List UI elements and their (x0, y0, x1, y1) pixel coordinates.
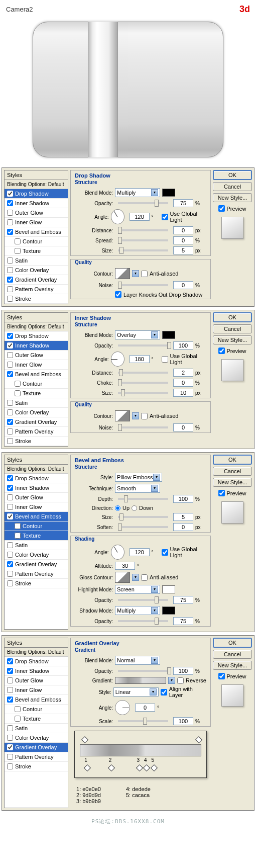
style-row-gradient_overlay[interactable]: Gradient Overlay (5, 560, 68, 569)
style-row-inner_glow[interactable]: Inner Glow (5, 360, 68, 370)
style-row-bevel_emboss[interactable]: Bevel and Emboss (5, 512, 68, 522)
slider-track[interactable] (118, 229, 168, 231)
style-row-color_overlay[interactable]: Color Overlay (5, 408, 68, 417)
slider-thumb[interactable] (124, 495, 128, 502)
number-input[interactable] (173, 617, 193, 625)
cancel-button[interactable]: Cancel (213, 182, 252, 191)
slider-track[interactable] (118, 284, 168, 286)
style-checkbox-outer_glow[interactable] (7, 494, 13, 500)
style-row-color_overlay[interactable]: Color Overlay (5, 550, 68, 560)
direction-up-radio[interactable] (115, 505, 120, 511)
preview-toggle[interactable]: Preview (213, 489, 252, 497)
style-checkbox-pattern_overlay[interactable] (7, 571, 13, 577)
select-dropdown[interactable]: Screen ▾ (115, 585, 160, 594)
style-row-texture[interactable]: Texture (5, 531, 68, 541)
style-checkbox-stroke[interactable] (7, 580, 13, 586)
preview-toggle[interactable]: Preview (213, 346, 252, 355)
preview-checkbox[interactable] (218, 673, 225, 679)
ok-button[interactable]: OK (213, 312, 252, 322)
style-checkbox-stroke[interactable] (7, 763, 13, 769)
gradient-picker[interactable] (115, 677, 166, 684)
use-global-checkbox[interactable] (162, 214, 168, 220)
style-row-pattern_overlay[interactable]: Pattern Overlay (5, 285, 68, 294)
slider-thumb[interactable] (119, 513, 123, 520)
style-checkbox-color_overlay[interactable] (7, 267, 13, 273)
number-input[interactable] (173, 281, 193, 289)
number-input[interactable] (173, 236, 193, 244)
color-stop[interactable] (84, 764, 91, 771)
style-row-drop_shadow[interactable]: Drop Shadow (5, 657, 68, 666)
select-dropdown[interactable]: Smooth ▾ (115, 484, 160, 493)
new-style-button[interactable]: New Style... (213, 193, 252, 202)
style-checkbox-bevel_emboss[interactable] (7, 229, 13, 235)
style-row-stroke[interactable]: Stroke (5, 762, 68, 771)
select-dropdown[interactable]: Pillow Emboss ▾ (115, 473, 162, 482)
style-checkbox-texture[interactable] (15, 390, 21, 396)
slider-track[interactable] (118, 202, 168, 204)
style-checkbox-satin[interactable] (7, 257, 13, 264)
style-checkbox-gradient_overlay[interactable] (7, 277, 13, 283)
style-row-drop_shadow[interactable]: Drop Shadow (5, 331, 68, 341)
slider-thumb[interactable] (167, 342, 171, 349)
slider-thumb[interactable] (155, 618, 159, 625)
style-checkbox-satin[interactable] (7, 725, 13, 731)
chevron-down-icon[interactable]: ▾ (132, 574, 139, 581)
style-row-satin[interactable]: Satin (5, 541, 68, 550)
style-row-stroke[interactable]: Stroke (5, 579, 68, 588)
reverse-checkbox[interactable] (177, 677, 184, 684)
number-input[interactable] (173, 199, 193, 207)
style-checkbox-bevel_emboss[interactable] (7, 513, 13, 519)
style-checkbox-contour[interactable] (15, 381, 21, 387)
number-input[interactable] (173, 513, 193, 521)
style-row-satin[interactable]: Satin (5, 398, 68, 408)
style-checkbox-drop_shadow[interactable] (7, 475, 13, 481)
style-checkbox-color_overlay[interactable] (7, 552, 13, 558)
highlight-color-swatch[interactable] (162, 585, 175, 593)
style-row-outer_glow[interactable]: Outer Glow (5, 208, 68, 218)
style-row-bevel_emboss[interactable]: Bevel and Emboss (5, 370, 68, 379)
shadow-color-swatch[interactable] (162, 606, 175, 615)
select-dropdown[interactable]: Linear ▾ (113, 687, 159, 697)
slider-thumb[interactable] (167, 667, 171, 674)
slider-thumb[interactable] (155, 200, 159, 207)
number-input[interactable] (130, 213, 150, 221)
chevron-down-icon[interactable]: ▾ (168, 677, 175, 684)
style-checkbox-gradient_overlay[interactable] (7, 419, 13, 425)
color-stop[interactable] (136, 764, 143, 771)
number-input[interactable] (173, 369, 193, 377)
style-checkbox-drop_shadow[interactable] (7, 333, 13, 339)
color-stop[interactable] (151, 764, 158, 771)
style-row-inner_glow[interactable]: Inner Glow (5, 685, 68, 695)
style-row-satin[interactable]: Satin (5, 724, 68, 733)
style-checkbox-inner_shadow[interactable] (7, 485, 13, 491)
style-checkbox-inner_shadow[interactable] (7, 342, 13, 349)
number-input[interactable] (173, 596, 193, 604)
gradient-bar[interactable] (80, 744, 201, 756)
style-checkbox-inner_glow[interactable] (7, 362, 13, 368)
knocks-out-checkbox[interactable] (115, 291, 121, 298)
style-checkbox-inner_shadow[interactable] (7, 200, 13, 206)
style-checkbox-contour[interactable] (15, 523, 21, 529)
style-row-drop_shadow[interactable]: Drop Shadow (5, 189, 68, 199)
style-checkbox-inner_glow[interactable] (7, 504, 13, 510)
style-checkbox-texture[interactable] (15, 716, 21, 722)
slider-track[interactable] (118, 239, 168, 241)
color-swatch[interactable] (162, 189, 175, 197)
style-row-gradient_overlay[interactable]: Gradient Overlay (5, 743, 68, 752)
style-row-inner_shadow[interactable]: Inner Shadow (5, 341, 68, 351)
style-checkbox-drop_shadow[interactable] (7, 191, 13, 197)
color-stop[interactable] (108, 764, 115, 771)
number-input[interactable] (173, 246, 193, 254)
style-row-pattern_overlay[interactable]: Pattern Overlay (5, 569, 68, 579)
slider-track[interactable] (118, 372, 168, 374)
slider-thumb[interactable] (119, 369, 123, 376)
style-checkbox-pattern_overlay[interactable] (7, 286, 13, 292)
style-row-inner_glow[interactable]: Inner Glow (5, 502, 68, 512)
color-swatch[interactable] (162, 331, 175, 339)
style-row-contour[interactable]: Contour (5, 705, 68, 714)
style-checkbox-inner_glow[interactable] (7, 219, 13, 225)
style-row-pattern_overlay[interactable]: Pattern Overlay (5, 752, 68, 762)
slider-thumb[interactable] (143, 718, 147, 725)
slider-thumb[interactable] (118, 237, 122, 244)
slider-thumb[interactable] (118, 227, 122, 234)
